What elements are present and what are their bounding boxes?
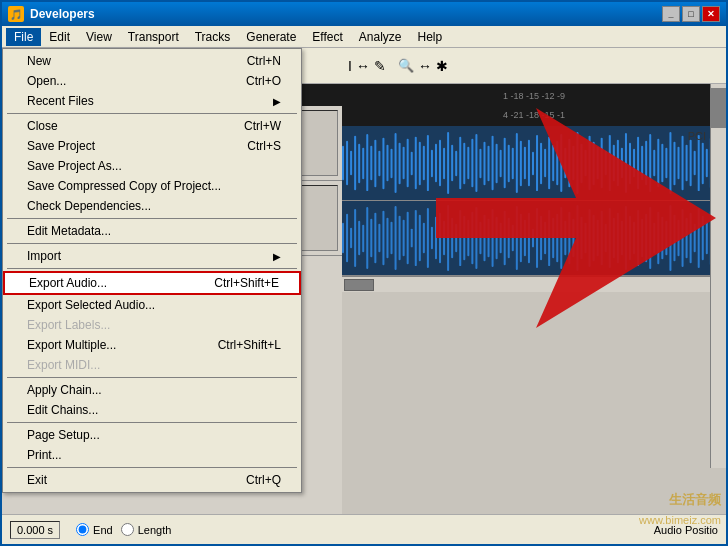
menu-item-recent[interactable]: Recent Files ▶	[3, 91, 301, 111]
menu-item-metadata[interactable]: Edit Metadata...	[3, 221, 301, 241]
menu-edit[interactable]: Edit	[41, 28, 78, 46]
svg-rect-69	[617, 140, 619, 186]
meter-numbers-row1: 1 -18 -15 -12 -9	[503, 91, 565, 101]
svg-rect-186	[702, 216, 704, 260]
menu-item-exportselected-label: Export Selected Audio...	[27, 298, 155, 312]
svg-rect-158	[589, 209, 591, 267]
svg-rect-167	[625, 206, 627, 270]
svg-rect-87	[690, 140, 692, 186]
separator-1	[7, 113, 297, 114]
menu-item-exportmidi: Export MIDI...	[3, 355, 301, 375]
menu-item-exportselected[interactable]: Export Selected Audio...	[3, 295, 301, 315]
svg-rect-157	[585, 223, 587, 254]
menu-analyze[interactable]: Analyze	[351, 28, 410, 46]
svg-rect-31	[463, 143, 465, 184]
svg-rect-58	[572, 146, 574, 181]
menu-item-recent-label: Recent Files	[27, 94, 94, 108]
svg-rect-126	[459, 210, 461, 266]
svg-rect-133	[488, 219, 490, 257]
menu-item-exportaudio[interactable]: Export Audio... Ctrl+Shift+E	[3, 271, 301, 295]
svg-rect-14	[395, 133, 397, 193]
menu-item-print[interactable]: Print...	[3, 445, 301, 465]
window-title: Developers	[30, 7, 662, 21]
scrollbar-vertical[interactable]	[710, 84, 726, 468]
svg-rect-8	[370, 146, 372, 181]
menu-item-new[interactable]: New Ctrl+N	[3, 51, 301, 71]
svg-rect-45	[520, 141, 522, 186]
menu-item-exit-label: Exit	[27, 473, 47, 487]
separator-2	[7, 218, 297, 219]
svg-rect-175	[657, 212, 659, 264]
svg-rect-100	[354, 209, 356, 267]
length-radio[interactable]	[121, 523, 134, 536]
svg-rect-67	[609, 135, 611, 191]
svg-rect-97	[342, 223, 344, 254]
menu-item-exit[interactable]: Exit Ctrl+Q	[3, 470, 301, 490]
tool-icon-5: ↔	[418, 58, 432, 74]
minimize-button[interactable]: _	[662, 6, 680, 22]
pci-label: PCI	[688, 130, 706, 142]
scrollbar-thumb[interactable]	[344, 279, 374, 291]
svg-rect-16	[403, 147, 405, 180]
svg-rect-37	[488, 146, 490, 182]
maximize-button[interactable]: □	[682, 6, 700, 22]
menu-item-exportmultiple[interactable]: Export Multiple... Ctrl+Shift+L	[3, 335, 301, 355]
svg-rect-122	[443, 221, 445, 256]
menu-file[interactable]: File	[6, 28, 41, 46]
menu-item-applychain-label: Apply Chain...	[27, 383, 102, 397]
separator-7	[7, 467, 297, 468]
svg-rect-63	[593, 142, 595, 185]
menu-item-close[interactable]: Close Ctrl+W	[3, 116, 301, 136]
svg-rect-139	[512, 225, 514, 252]
svg-rect-148	[548, 210, 550, 266]
svg-rect-26	[443, 148, 445, 180]
svg-rect-40	[500, 150, 502, 178]
svg-rect-105	[374, 213, 376, 263]
svg-rect-56	[564, 148, 566, 179]
menu-item-exportmultiple-shortcut: Ctrl+Shift+L	[218, 338, 281, 352]
menu-item-editchains[interactable]: Edit Chains...	[3, 400, 301, 420]
menu-item-applychain[interactable]: Apply Chain...	[3, 380, 301, 400]
svg-rect-61	[585, 150, 587, 177]
svg-rect-184	[694, 224, 696, 253]
tool-icon-3: ✎	[374, 58, 386, 74]
length-label: Length	[138, 524, 172, 536]
menu-tracks[interactable]: Tracks	[187, 28, 239, 46]
separator-3	[7, 243, 297, 244]
waveform-track-2	[342, 201, 726, 276]
svg-rect-2	[346, 141, 348, 185]
scrollbar-horizontal[interactable]	[342, 276, 726, 292]
menu-item-saveas[interactable]: Save Project As...	[3, 156, 301, 176]
close-button[interactable]: ✕	[702, 6, 720, 22]
menu-item-open[interactable]: Open... Ctrl+O	[3, 71, 301, 91]
svg-rect-159	[593, 215, 595, 261]
menu-item-pagesetup[interactable]: Page Setup...	[3, 425, 301, 445]
menu-effect[interactable]: Effect	[304, 28, 350, 46]
svg-rect-85	[682, 136, 684, 190]
svg-rect-152	[564, 221, 566, 256]
menu-item-checkdeps[interactable]: Check Dependencies...	[3, 196, 301, 216]
svg-rect-88	[694, 151, 696, 176]
menu-item-close-shortcut: Ctrl+W	[244, 119, 281, 133]
svg-rect-180	[677, 220, 679, 257]
svg-rect-111	[399, 216, 401, 260]
menu-item-save[interactable]: Save Project Ctrl+S	[3, 136, 301, 156]
svg-rect-164	[613, 218, 615, 258]
menu-help[interactable]: Help	[410, 28, 451, 46]
svg-rect-39	[496, 144, 498, 183]
end-radio[interactable]	[76, 523, 89, 536]
svg-rect-113	[407, 212, 409, 264]
svg-rect-36	[483, 142, 485, 185]
menu-view[interactable]: View	[78, 28, 120, 46]
svg-rect-103	[366, 207, 368, 269]
menu-item-import[interactable]: Import ▶	[3, 246, 301, 266]
menu-transport[interactable]: Transport	[120, 28, 187, 46]
svg-rect-41	[504, 138, 506, 188]
menu-item-savecompressed[interactable]: Save Compressed Copy of Project...	[3, 176, 301, 196]
meter-right: 1 -18 -15 -12 -9 4 -21 -18 -15 -1	[342, 84, 726, 126]
scrollbar-vthumb[interactable]	[711, 88, 726, 128]
svg-rect-12	[386, 145, 388, 182]
svg-rect-177	[665, 221, 667, 256]
menu-generate[interactable]: Generate	[238, 28, 304, 46]
menu-item-new-shortcut: Ctrl+N	[247, 54, 281, 68]
